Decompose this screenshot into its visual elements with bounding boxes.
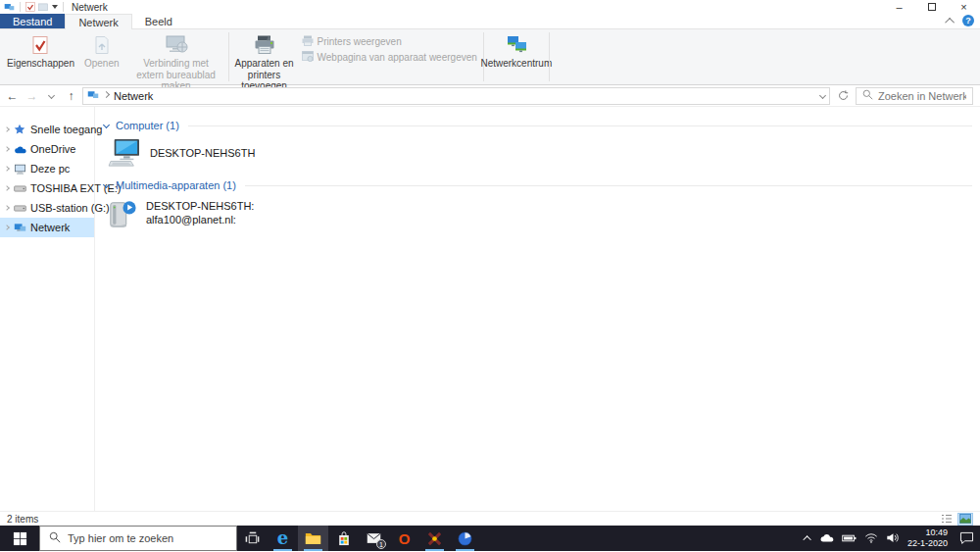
- add-devices-button[interactable]: Apparaten en printers toevoegen: [229, 31, 300, 92]
- breadcrumb-chevron-icon: [103, 91, 110, 98]
- taskbar-app-edge[interactable]: e: [268, 526, 298, 551]
- tray-expand-chevron-icon[interactable]: [803, 535, 810, 543]
- history-dropdown-icon[interactable]: [43, 90, 60, 102]
- network-icon: [13, 223, 26, 232]
- expand-chevron-icon[interactable]: [4, 126, 10, 132]
- sidebar-item-onedrive[interactable]: OneDrive: [0, 139, 94, 159]
- open-label: Openen: [84, 58, 120, 70]
- view-printers-label: Printers weergeven: [318, 36, 402, 47]
- sidebar-item-netwerk[interactable]: Netwerk: [0, 218, 94, 237]
- expand-chevron-icon[interactable]: [4, 166, 10, 172]
- item-desktop-nehs6th[interactable]: DESKTOP-NEHS6TH: [102, 133, 327, 176]
- qat-properties-icon[interactable]: [25, 2, 35, 12]
- taskbar-search-box[interactable]: [39, 526, 237, 551]
- collapse-group-chevron-icon[interactable]: [103, 180, 110, 187]
- group-label-empty: [484, 82, 549, 84]
- tab-beeld[interactable]: Beeld: [132, 14, 185, 28]
- open-icon: [93, 33, 111, 57]
- forward-button[interactable]: →: [24, 90, 40, 102]
- restore-button[interactable]: [915, 0, 948, 14]
- group-header-multimedia[interactable]: Multimedia-apparaten (1): [102, 177, 972, 193]
- group-header-computer[interactable]: Computer (1): [102, 118, 972, 133]
- divider: [20, 2, 21, 12]
- file-explorer-icon: [305, 531, 321, 545]
- open-button[interactable]: Openen: [79, 31, 124, 70]
- item-label: DESKTOP-NEHS6TH: [150, 147, 255, 161]
- sidebar-item-toshiba-ext[interactable]: TOSHIBA EXT (E:): [0, 178, 94, 198]
- address-bar[interactable]: Netwerk: [82, 87, 830, 105]
- tab-bestand[interactable]: Bestand: [0, 14, 65, 28]
- minimize-button[interactable]: –: [883, 0, 915, 14]
- battery-icon[interactable]: [842, 532, 857, 544]
- taskbar-app-store[interactable]: [328, 526, 359, 551]
- taskbar-app-office[interactable]: O: [389, 526, 419, 551]
- divider: [63, 2, 64, 12]
- office-icon: O: [399, 531, 411, 546]
- media-device-icon: [108, 198, 137, 231]
- navigation-bar: ← → ↑ Netwerk: [0, 85, 980, 107]
- address-dropdown-icon[interactable]: [820, 90, 825, 102]
- computer-icon: [108, 138, 141, 170]
- qat-customize-dropdown-icon[interactable]: [52, 5, 58, 9]
- ribbon-group-locatie: Eigenschappen Openen Verbinding met exte…: [2, 29, 228, 84]
- search-input[interactable]: [878, 90, 966, 102]
- sidebar-item-deze-pc[interactable]: Deze pc: [0, 159, 94, 178]
- view-device-webpage-label: Webpagina van apparaat weergeven: [318, 52, 477, 63]
- remote-desktop-button[interactable]: Verbinding met extern bureaublad maken: [124, 31, 228, 92]
- navigation-pane: Snelle toegang OneDrive Deze pc TOSHIBA …: [0, 107, 95, 511]
- taskbar: e 1 O 10:49 22-1-2020: [0, 526, 980, 551]
- details-view-icon[interactable]: [939, 513, 955, 526]
- status-bar: 2 items: [0, 511, 980, 526]
- ribbon: Eigenschappen Openen Verbinding met exte…: [0, 29, 980, 85]
- clock-date: 22-1-2020: [907, 538, 948, 549]
- file-list: Computer (1) DESKTOP-NEHS6TH Multimedia-…: [95, 107, 980, 511]
- view-printers-button[interactable]: Printers weergeven: [302, 35, 477, 48]
- clock-time: 10:49: [907, 527, 948, 538]
- network-center-button[interactable]: Netwerkcentrum: [484, 31, 549, 70]
- help-icon[interactable]: ?: [962, 15, 974, 26]
- view-device-webpage-button[interactable]: Webpagina van apparaat weergeven: [302, 51, 477, 64]
- pc-icon: [13, 164, 26, 175]
- expand-chevron-icon[interactable]: [4, 185, 10, 191]
- sidebar-item-usb-station[interactable]: USB-station (G:): [0, 198, 94, 218]
- close-button[interactable]: ×: [948, 0, 980, 14]
- search-box[interactable]: [856, 87, 973, 105]
- app-window-icon: [4, 3, 15, 12]
- properties-button[interactable]: Eigenschappen: [2, 31, 79, 70]
- large-icons-view-icon[interactable]: [957, 513, 973, 526]
- taskbar-app-sphere[interactable]: [450, 526, 480, 551]
- action-center-icon[interactable]: [959, 531, 974, 546]
- windows-logo-icon: [13, 531, 27, 546]
- up-button[interactable]: ↑: [63, 90, 79, 102]
- taskbar-search-input[interactable]: [68, 532, 227, 544]
- refresh-icon[interactable]: [833, 90, 853, 101]
- qat-new-folder-icon[interactable]: [38, 2, 48, 12]
- group-header-label: Computer (1): [116, 120, 179, 131]
- volume-icon[interactable]: [886, 532, 900, 545]
- taskbar-app-x[interactable]: [419, 526, 450, 551]
- tab-netwerk[interactable]: Netwerk: [65, 14, 131, 29]
- onedrive-tray-icon[interactable]: [819, 532, 834, 544]
- wifi-icon[interactable]: [864, 532, 878, 545]
- expand-chevron-icon[interactable]: [4, 205, 10, 211]
- expand-chevron-icon[interactable]: [4, 225, 10, 230]
- taskbar-app-file-explorer[interactable]: [298, 526, 328, 551]
- remote-desktop-icon: [164, 33, 189, 57]
- divider: [245, 185, 972, 186]
- cloud-icon: [13, 145, 26, 154]
- item-label-line1: DESKTOP-NEHS6TH:: [146, 200, 254, 212]
- breadcrumb-path[interactable]: Netwerk: [114, 90, 153, 102]
- expand-chevron-icon[interactable]: [4, 146, 10, 152]
- taskbar-clock[interactable]: 10:49 22-1-2020: [907, 527, 948, 549]
- store-icon: [337, 531, 351, 546]
- task-view-button[interactable]: [237, 526, 268, 551]
- item-media-device[interactable]: DESKTOP-NEHS6TH: alfa100@planet.nl:: [102, 193, 327, 237]
- taskbar-app-mail[interactable]: 1: [359, 526, 389, 551]
- sidebar-item-snelle-toegang[interactable]: Snelle toegang: [0, 120, 94, 139]
- items-count: 2 items: [7, 514, 38, 525]
- start-button[interactable]: [0, 526, 39, 551]
- collapse-group-chevron-icon[interactable]: [103, 121, 110, 127]
- search-icon: [49, 531, 61, 545]
- back-button[interactable]: ←: [4, 90, 21, 102]
- collapse-ribbon-icon[interactable]: [945, 17, 955, 26]
